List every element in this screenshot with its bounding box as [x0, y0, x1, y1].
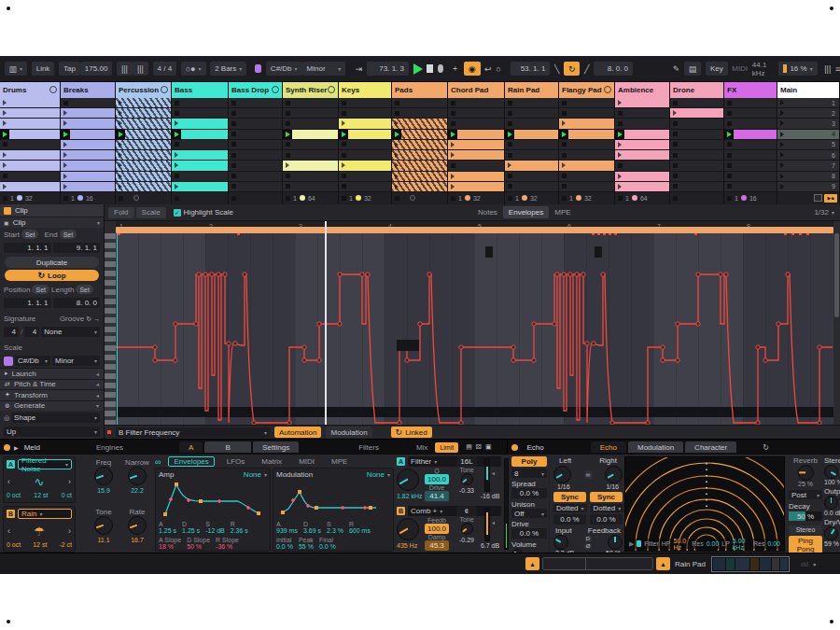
clip[interactable]	[283, 161, 338, 170]
record-button[interactable]	[438, 64, 444, 73]
clip-play-button[interactable]	[61, 130, 70, 139]
clip-slot[interactable]	[172, 150, 228, 161]
clip[interactable]	[61, 150, 115, 160]
clip-play-button[interactable]	[116, 130, 125, 139]
clip-slot[interactable]	[615, 98, 669, 108]
clip-slot[interactable]	[448, 182, 504, 192]
pingpong-mode-button[interactable]: Ping Pong	[789, 536, 822, 554]
vertical-scrollbar[interactable]	[834, 233, 839, 317]
view-slot[interactable]	[586, 558, 652, 569]
poly-mode-button[interactable]: Poly	[511, 456, 547, 467]
clip-slot[interactable]	[559, 182, 614, 192]
next-engine-icon[interactable]: ›	[68, 477, 71, 486]
clip[interactable]	[0, 119, 60, 128]
clip-slot[interactable]	[116, 98, 171, 108]
clip-end-field[interactable]: 9. 1. 1	[53, 243, 101, 253]
clip-slot[interactable]	[61, 108, 115, 119]
nudge-up-button[interactable]: |||	[133, 62, 148, 76]
scale-fold-button[interactable]: Scale	[136, 207, 166, 218]
clip-slot[interactable]	[339, 150, 391, 161]
shape-curve-select[interactable]: Up▾	[4, 427, 100, 437]
echo-link-button[interactable]: ∞	[584, 470, 593, 479]
clip-slot[interactable]	[505, 140, 558, 150]
clip-slot[interactable]	[61, 119, 115, 129]
clip-slot[interactable]	[559, 119, 614, 129]
slider-handle-icon[interactable]: ◂	[492, 469, 495, 476]
clip[interactable]	[670, 108, 723, 118]
capture-midi-button[interactable]: ○	[496, 64, 500, 74]
automation-tab[interactable]: Automation	[274, 427, 321, 438]
clip[interactable]	[116, 150, 171, 160]
clip-slot[interactable]	[116, 140, 171, 150]
clip-slot[interactable]	[339, 98, 391, 108]
clip-slot[interactable]	[339, 108, 391, 119]
clip[interactable]	[0, 182, 60, 191]
clip-slot[interactable]	[116, 182, 171, 192]
clip-slot[interactable]	[448, 108, 504, 119]
param-value[interactable]: 18 %	[159, 543, 181, 550]
clip[interactable]	[339, 119, 391, 128]
scale-name-menu[interactable]: Minor▾	[302, 62, 346, 76]
clip-slot[interactable]	[339, 161, 391, 171]
clip-slot[interactable]	[392, 150, 447, 161]
lp-res[interactable]: 0.00	[767, 540, 780, 547]
clip-slot[interactable]	[615, 119, 669, 129]
clip-slot[interactable]	[559, 150, 614, 161]
clip-slot[interactable]	[724, 140, 777, 150]
clip-slot[interactable]	[392, 140, 447, 150]
param-value[interactable]: 55 %	[299, 543, 314, 550]
clip-slot[interactable]	[339, 130, 391, 140]
voices-select[interactable]: 8▾	[511, 469, 547, 478]
meld-tab-lfos[interactable]: LFOs	[222, 456, 250, 467]
clip-play-button[interactable]	[283, 130, 292, 139]
set-position-button[interactable]: Set	[32, 285, 49, 294]
clip-slot[interactable]	[392, 172, 447, 182]
clip-play-button[interactable]	[505, 130, 514, 139]
clip-slot[interactable]	[116, 161, 171, 171]
clip-slot[interactable]	[0, 182, 60, 192]
clip-slot[interactable]	[615, 130, 669, 140]
clip-slot[interactable]	[505, 130, 558, 140]
clip-slot[interactable]	[61, 98, 115, 108]
modulation-tab[interactable]: Modulation	[326, 427, 371, 438]
track-stop-button[interactable]	[395, 196, 399, 201]
track-stop-button[interactable]	[618, 196, 623, 201]
clip-slot[interactable]	[0, 150, 60, 161]
clip[interactable]	[61, 130, 115, 139]
clip-slot[interactable]	[448, 98, 504, 108]
unison-select[interactable]: Off▾	[511, 509, 547, 518]
engine-selector[interactable]: BRain▾	[4, 507, 75, 521]
track-header[interactable]: Pads	[392, 82, 447, 98]
param-field[interactable]: 100.0	[425, 474, 449, 484]
clip-slot[interactable]	[116, 108, 171, 119]
clip-slot[interactable]	[61, 140, 115, 150]
clip[interactable]	[61, 182, 115, 191]
clip[interactable]	[448, 182, 504, 191]
clip-slot[interactable]	[283, 140, 338, 150]
menu-icon[interactable]: ≡	[835, 64, 840, 74]
clip-slot[interactable]	[392, 182, 447, 192]
clip-slot[interactable]	[670, 108, 723, 119]
reverb-position-select[interactable]: Post▾	[789, 490, 822, 499]
clip-slot[interactable]	[392, 119, 447, 129]
clip[interactable]	[0, 98, 60, 107]
clip-slot[interactable]	[61, 150, 115, 161]
transform-section[interactable]: ✦Transform◂	[0, 389, 104, 400]
clip-slot[interactable]	[448, 119, 504, 129]
clip[interactable]	[505, 130, 558, 139]
decay-slider[interactable]: 50 %	[789, 511, 822, 521]
clip[interactable]	[448, 150, 504, 160]
echo-phase-button[interactable]: Ø	[584, 543, 593, 550]
clip-slot[interactable]	[559, 161, 614, 171]
clip-slot[interactable]	[229, 119, 282, 129]
clip-slot[interactable]	[559, 172, 614, 182]
echo-left-sync-mode[interactable]: Dotted▾	[553, 504, 587, 512]
echo-right-sync-button[interactable]: Sync	[590, 492, 623, 502]
fold-button[interactable]: Fold	[108, 207, 134, 218]
track-header[interactable]: Bass	[172, 82, 228, 98]
clip-slot[interactable]	[283, 182, 338, 192]
track-stop-button[interactable]	[673, 196, 678, 201]
scene-slot[interactable]: 8	[777, 172, 839, 182]
track-header[interactable]: Drums	[0, 82, 60, 98]
clip[interactable]	[392, 140, 447, 149]
